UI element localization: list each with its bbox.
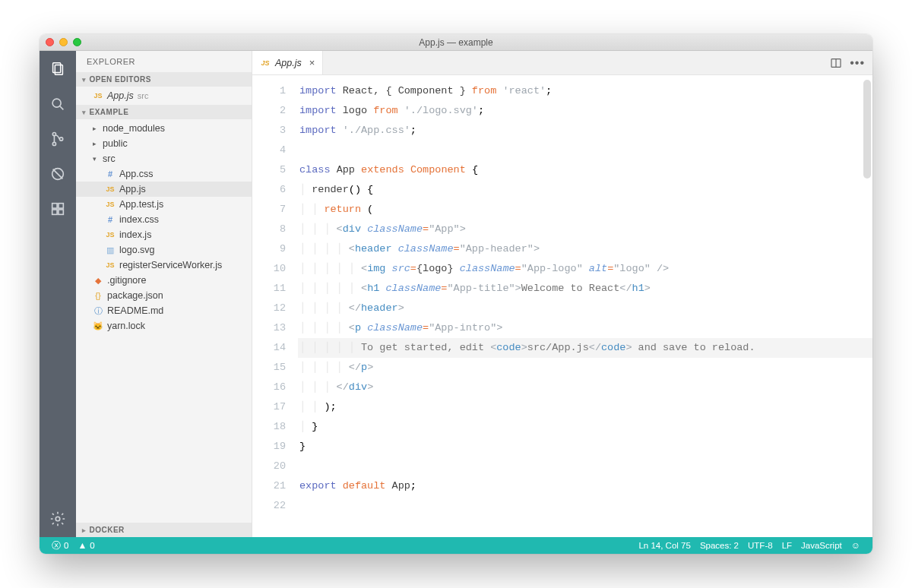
section-open-editors-label: OPEN EDITORS bbox=[90, 75, 151, 84]
code-line[interactable]: │ │ │ │ </header> bbox=[298, 299, 872, 318]
file-item[interactable]: JSApp.test.js bbox=[76, 197, 252, 212]
file-item[interactable]: 🐱yarn.lock bbox=[76, 318, 252, 334]
svg-rect-12 bbox=[59, 204, 63, 208]
zoom-window-button[interactable] bbox=[73, 38, 81, 46]
svg-file-icon: ▥ bbox=[105, 245, 116, 255]
activity-source-control[interactable] bbox=[47, 128, 68, 150]
code-line[interactable]: │ │ │ │ │ <img src={logo} className="App… bbox=[298, 259, 872, 279]
code-content[interactable]: import React, { Component } from 'react'… bbox=[296, 75, 872, 537]
activity-extensions[interactable] bbox=[47, 198, 68, 220]
code-line[interactable]: } bbox=[298, 437, 872, 457]
section-open-editors[interactable]: ▾ OPEN EDITORS bbox=[76, 72, 252, 87]
code-line[interactable] bbox=[298, 496, 872, 516]
code-line[interactable]: │ │ │ │ <p className="App-intro"> bbox=[298, 318, 872, 338]
chevron-down-icon: ▾ bbox=[93, 155, 99, 163]
status-encoding[interactable]: UTF-8 bbox=[743, 541, 777, 550]
svg-point-2 bbox=[52, 99, 61, 107]
editor-tab[interactable]: JS App.js × bbox=[252, 51, 323, 74]
titlebar[interactable]: App.js — example bbox=[40, 34, 872, 51]
file-item[interactable]: ▥logo.svg bbox=[76, 242, 252, 258]
activity-debug[interactable] bbox=[47, 163, 68, 185]
section-workspace-label: EXAMPLE bbox=[90, 108, 129, 116]
line-number: 21 bbox=[252, 476, 286, 496]
svg-rect-11 bbox=[59, 210, 63, 214]
line-number: 19 bbox=[252, 437, 286, 457]
folder-name: src bbox=[103, 153, 116, 164]
file-item[interactable]: #App.css bbox=[76, 166, 252, 182]
code-line[interactable]: │ } bbox=[298, 417, 872, 437]
folder-item[interactable]: ▸node_modules bbox=[76, 121, 252, 136]
svg-rect-9 bbox=[52, 204, 57, 208]
close-window-button[interactable] bbox=[46, 38, 54, 46]
vertical-scrollbar[interactable] bbox=[863, 80, 871, 179]
section-workspace[interactable]: ▾ EXAMPLE bbox=[76, 105, 252, 119]
file-item[interactable]: {}package.json bbox=[76, 288, 252, 303]
folder-name: public bbox=[103, 138, 128, 149]
code-line[interactable] bbox=[298, 457, 872, 476]
file-item[interactable]: JSApp.js bbox=[76, 182, 252, 197]
status-feedback[interactable]: ☺ bbox=[847, 540, 865, 551]
status-errors-count: 0 bbox=[64, 541, 68, 550]
traffic-lights bbox=[46, 38, 81, 46]
code-line[interactable]: │ │ │ </div> bbox=[298, 378, 872, 397]
status-language[interactable]: JavaScript bbox=[796, 541, 847, 550]
status-errors[interactable]: ⓧ 0 bbox=[47, 539, 73, 552]
folder-item[interactable]: ▸public bbox=[76, 136, 252, 151]
file-item[interactable]: JSregisterServiceWorker.js bbox=[76, 258, 252, 273]
more-actions-icon[interactable]: ••• bbox=[850, 56, 865, 70]
status-eol[interactable]: LF bbox=[777, 541, 796, 550]
file-item[interactable]: JSindex.js bbox=[76, 227, 252, 242]
js-file-icon: JS bbox=[105, 185, 116, 193]
line-number: 8 bbox=[252, 220, 286, 239]
line-number: 13 bbox=[252, 318, 286, 338]
css-file-icon: # bbox=[105, 215, 116, 224]
file-name: package.json bbox=[107, 290, 163, 301]
file-item[interactable]: ⓘREADME.md bbox=[76, 303, 252, 318]
git-file-icon: ◆ bbox=[93, 276, 103, 286]
activity-search[interactable] bbox=[47, 93, 68, 115]
code-line[interactable]: │ render() { bbox=[298, 180, 872, 200]
folder-item[interactable]: ▾src bbox=[76, 151, 252, 166]
file-item[interactable]: ◆.gitignore bbox=[76, 273, 252, 288]
code-line[interactable]: import React, { Component } from 'react'… bbox=[298, 81, 872, 101]
code-line[interactable]: │ │ │ <div className="App"> bbox=[298, 220, 872, 239]
activity-settings[interactable] bbox=[47, 508, 68, 530]
code-line[interactable]: │ │ │ │ │ To get started, edit <code>src… bbox=[298, 338, 872, 358]
status-indentation[interactable]: Spaces: 2 bbox=[695, 541, 743, 550]
open-editor-item[interactable]: JSApp.jssrc bbox=[76, 88, 252, 103]
chevron-down-icon: ▾ bbox=[82, 76, 87, 84]
code-line[interactable]: │ │ │ │ <header className="App-header"> bbox=[298, 239, 872, 259]
js-file-icon: JS bbox=[105, 201, 116, 208]
sidebar-title: EXPLORER bbox=[76, 51, 252, 72]
code-line[interactable]: │ │ return ( bbox=[298, 200, 872, 220]
workspace-tree: ▸node_modules▸public▾src#App.cssJSApp.js… bbox=[76, 119, 252, 335]
split-editor-icon[interactable] bbox=[830, 57, 842, 69]
code-line[interactable]: │ │ │ │ </p> bbox=[298, 358, 872, 378]
status-bar: ⓧ 0 ▲ 0 Ln 14, Col 75 Spaces: 2 UTF-8 LF… bbox=[40, 537, 872, 554]
code-line[interactable]: │ │ │ │ │ <h1 className="App-title">Welc… bbox=[298, 279, 872, 299]
code-line[interactable]: │ │ ); bbox=[298, 397, 872, 417]
file-item[interactable]: #index.css bbox=[76, 212, 252, 227]
code-line[interactable]: class App extends Component { bbox=[298, 160, 872, 180]
minimize-window-button[interactable] bbox=[59, 38, 68, 46]
status-cursor-position[interactable]: Ln 14, Col 75 bbox=[634, 541, 695, 550]
svg-point-5 bbox=[52, 142, 55, 145]
code-line[interactable]: export default App; bbox=[298, 476, 872, 496]
line-number: 20 bbox=[252, 457, 286, 476]
line-number: 10 bbox=[252, 259, 286, 279]
line-number: 4 bbox=[252, 141, 286, 160]
activity-explorer[interactable] bbox=[47, 58, 68, 80]
section-docker[interactable]: ▸ DOCKER bbox=[76, 523, 252, 537]
tab-close-button[interactable]: × bbox=[306, 57, 315, 68]
code-line[interactable] bbox=[298, 141, 872, 160]
editor-area: JS App.js × ••• 123456789101112131415161… bbox=[252, 51, 872, 537]
status-warnings[interactable]: ▲ 0 bbox=[73, 540, 99, 551]
warning-icon: ▲ bbox=[78, 540, 87, 551]
text-editor[interactable]: 12345678910111213141516171819202122 impo… bbox=[252, 75, 872, 537]
line-number-gutter: 12345678910111213141516171819202122 bbox=[252, 75, 296, 537]
svg-line-8 bbox=[53, 169, 63, 179]
code-line[interactable]: import './App.css'; bbox=[298, 121, 872, 141]
svg-point-6 bbox=[59, 138, 62, 141]
code-line[interactable]: import logo from './logo.svg'; bbox=[298, 101, 872, 121]
js-file-icon: JS bbox=[93, 92, 103, 100]
